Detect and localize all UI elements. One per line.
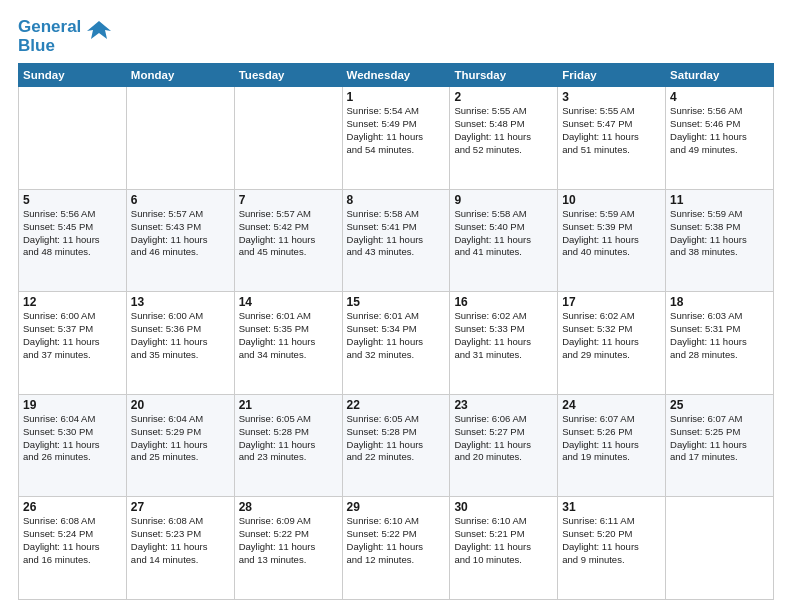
calendar-cell [234, 87, 342, 190]
day-number: 1 [347, 90, 446, 104]
day-number: 15 [347, 295, 446, 309]
day-info: Sunrise: 5:55 AM Sunset: 5:47 PM Dayligh… [562, 105, 661, 156]
day-number: 7 [239, 193, 338, 207]
day-number: 16 [454, 295, 553, 309]
day-info: Sunrise: 5:59 AM Sunset: 5:39 PM Dayligh… [562, 208, 661, 259]
calendar-cell: 21Sunrise: 6:05 AM Sunset: 5:28 PM Dayli… [234, 394, 342, 497]
day-info: Sunrise: 6:00 AM Sunset: 5:37 PM Dayligh… [23, 310, 122, 361]
calendar-cell [666, 497, 774, 600]
calendar-cell: 12Sunrise: 6:00 AM Sunset: 5:37 PM Dayli… [19, 292, 127, 395]
day-number: 25 [670, 398, 769, 412]
calendar-cell: 15Sunrise: 6:01 AM Sunset: 5:34 PM Dayli… [342, 292, 450, 395]
day-info: Sunrise: 5:59 AM Sunset: 5:38 PM Dayligh… [670, 208, 769, 259]
day-number: 26 [23, 500, 122, 514]
day-number: 6 [131, 193, 230, 207]
calendar-cell: 25Sunrise: 6:07 AM Sunset: 5:25 PM Dayli… [666, 394, 774, 497]
day-info: Sunrise: 5:57 AM Sunset: 5:42 PM Dayligh… [239, 208, 338, 259]
day-number: 29 [347, 500, 446, 514]
weekday-header-saturday: Saturday [666, 64, 774, 87]
svg-marker-0 [87, 21, 111, 39]
day-number: 30 [454, 500, 553, 514]
calendar-week-row: 5Sunrise: 5:56 AM Sunset: 5:45 PM Daylig… [19, 189, 774, 292]
day-number: 11 [670, 193, 769, 207]
weekday-header-sunday: Sunday [19, 64, 127, 87]
logo-text: GeneralBlue [18, 18, 81, 55]
day-info: Sunrise: 5:58 AM Sunset: 5:40 PM Dayligh… [454, 208, 553, 259]
calendar-cell: 24Sunrise: 6:07 AM Sunset: 5:26 PM Dayli… [558, 394, 666, 497]
calendar-week-row: 26Sunrise: 6:08 AM Sunset: 5:24 PM Dayli… [19, 497, 774, 600]
day-number: 14 [239, 295, 338, 309]
calendar-cell: 17Sunrise: 6:02 AM Sunset: 5:32 PM Dayli… [558, 292, 666, 395]
day-number: 2 [454, 90, 553, 104]
day-info: Sunrise: 6:07 AM Sunset: 5:26 PM Dayligh… [562, 413, 661, 464]
calendar-cell: 14Sunrise: 6:01 AM Sunset: 5:35 PM Dayli… [234, 292, 342, 395]
page: GeneralBlue SundayMondayTuesdayWednesday… [0, 0, 792, 612]
logo: GeneralBlue [18, 18, 113, 55]
day-info: Sunrise: 6:03 AM Sunset: 5:31 PM Dayligh… [670, 310, 769, 361]
calendar-cell [19, 87, 127, 190]
day-number: 20 [131, 398, 230, 412]
calendar-week-row: 12Sunrise: 6:00 AM Sunset: 5:37 PM Dayli… [19, 292, 774, 395]
calendar-cell: 28Sunrise: 6:09 AM Sunset: 5:22 PM Dayli… [234, 497, 342, 600]
day-number: 28 [239, 500, 338, 514]
day-info: Sunrise: 6:08 AM Sunset: 5:23 PM Dayligh… [131, 515, 230, 566]
calendar-week-row: 19Sunrise: 6:04 AM Sunset: 5:30 PM Dayli… [19, 394, 774, 497]
calendar-cell: 8Sunrise: 5:58 AM Sunset: 5:41 PM Daylig… [342, 189, 450, 292]
calendar-cell: 5Sunrise: 5:56 AM Sunset: 5:45 PM Daylig… [19, 189, 127, 292]
calendar-cell: 20Sunrise: 6:04 AM Sunset: 5:29 PM Dayli… [126, 394, 234, 497]
day-number: 10 [562, 193, 661, 207]
day-info: Sunrise: 6:11 AM Sunset: 5:20 PM Dayligh… [562, 515, 661, 566]
calendar-cell: 30Sunrise: 6:10 AM Sunset: 5:21 PM Dayli… [450, 497, 558, 600]
calendar-table: SundayMondayTuesdayWednesdayThursdayFrid… [18, 63, 774, 600]
header: GeneralBlue [18, 18, 774, 55]
day-number: 23 [454, 398, 553, 412]
calendar-cell: 9Sunrise: 5:58 AM Sunset: 5:40 PM Daylig… [450, 189, 558, 292]
day-info: Sunrise: 6:08 AM Sunset: 5:24 PM Dayligh… [23, 515, 122, 566]
day-number: 3 [562, 90, 661, 104]
day-number: 18 [670, 295, 769, 309]
day-info: Sunrise: 5:56 AM Sunset: 5:45 PM Dayligh… [23, 208, 122, 259]
day-number: 9 [454, 193, 553, 207]
day-info: Sunrise: 6:02 AM Sunset: 5:32 PM Dayligh… [562, 310, 661, 361]
day-info: Sunrise: 5:54 AM Sunset: 5:49 PM Dayligh… [347, 105, 446, 156]
day-info: Sunrise: 5:56 AM Sunset: 5:46 PM Dayligh… [670, 105, 769, 156]
day-info: Sunrise: 5:55 AM Sunset: 5:48 PM Dayligh… [454, 105, 553, 156]
calendar-cell: 19Sunrise: 6:04 AM Sunset: 5:30 PM Dayli… [19, 394, 127, 497]
weekday-header-row: SundayMondayTuesdayWednesdayThursdayFrid… [19, 64, 774, 87]
calendar-cell: 16Sunrise: 6:02 AM Sunset: 5:33 PM Dayli… [450, 292, 558, 395]
calendar-cell: 11Sunrise: 5:59 AM Sunset: 5:38 PM Dayli… [666, 189, 774, 292]
calendar-cell: 23Sunrise: 6:06 AM Sunset: 5:27 PM Dayli… [450, 394, 558, 497]
day-number: 12 [23, 295, 122, 309]
weekday-header-monday: Monday [126, 64, 234, 87]
day-info: Sunrise: 6:00 AM Sunset: 5:36 PM Dayligh… [131, 310, 230, 361]
day-info: Sunrise: 6:10 AM Sunset: 5:21 PM Dayligh… [454, 515, 553, 566]
day-number: 4 [670, 90, 769, 104]
day-number: 27 [131, 500, 230, 514]
calendar-cell: 18Sunrise: 6:03 AM Sunset: 5:31 PM Dayli… [666, 292, 774, 395]
calendar-cell: 4Sunrise: 5:56 AM Sunset: 5:46 PM Daylig… [666, 87, 774, 190]
day-info: Sunrise: 6:07 AM Sunset: 5:25 PM Dayligh… [670, 413, 769, 464]
day-info: Sunrise: 6:01 AM Sunset: 5:34 PM Dayligh… [347, 310, 446, 361]
day-info: Sunrise: 5:57 AM Sunset: 5:43 PM Dayligh… [131, 208, 230, 259]
day-number: 21 [239, 398, 338, 412]
day-info: Sunrise: 6:01 AM Sunset: 5:35 PM Dayligh… [239, 310, 338, 361]
day-number: 17 [562, 295, 661, 309]
day-number: 19 [23, 398, 122, 412]
calendar-cell: 13Sunrise: 6:00 AM Sunset: 5:36 PM Dayli… [126, 292, 234, 395]
calendar-cell [126, 87, 234, 190]
weekday-header-friday: Friday [558, 64, 666, 87]
weekday-header-tuesday: Tuesday [234, 64, 342, 87]
calendar-cell: 6Sunrise: 5:57 AM Sunset: 5:43 PM Daylig… [126, 189, 234, 292]
calendar-cell: 27Sunrise: 6:08 AM Sunset: 5:23 PM Dayli… [126, 497, 234, 600]
day-number: 8 [347, 193, 446, 207]
day-info: Sunrise: 6:10 AM Sunset: 5:22 PM Dayligh… [347, 515, 446, 566]
day-number: 13 [131, 295, 230, 309]
calendar-cell: 3Sunrise: 5:55 AM Sunset: 5:47 PM Daylig… [558, 87, 666, 190]
calendar-cell: 29Sunrise: 6:10 AM Sunset: 5:22 PM Dayli… [342, 497, 450, 600]
day-info: Sunrise: 6:06 AM Sunset: 5:27 PM Dayligh… [454, 413, 553, 464]
day-info: Sunrise: 6:09 AM Sunset: 5:22 PM Dayligh… [239, 515, 338, 566]
weekday-header-wednesday: Wednesday [342, 64, 450, 87]
day-number: 22 [347, 398, 446, 412]
day-info: Sunrise: 6:05 AM Sunset: 5:28 PM Dayligh… [347, 413, 446, 464]
calendar-cell: 22Sunrise: 6:05 AM Sunset: 5:28 PM Dayli… [342, 394, 450, 497]
